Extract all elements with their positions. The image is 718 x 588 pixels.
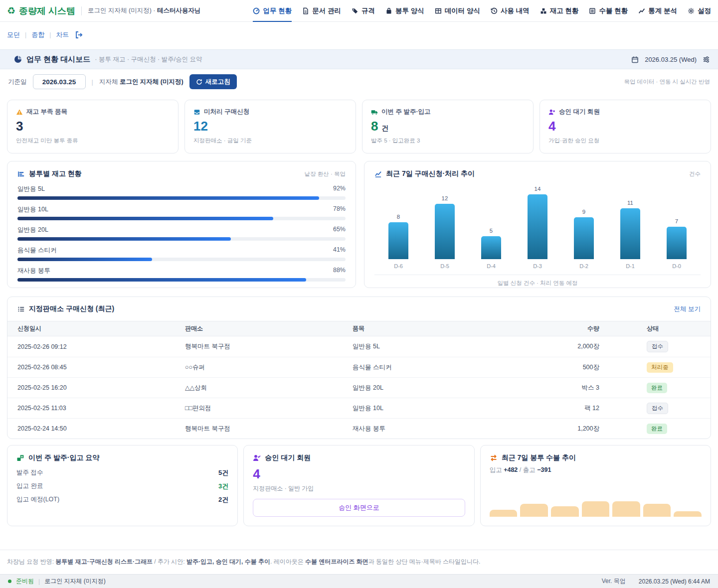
logout-icon[interactable] — [75, 31, 83, 39]
transfer-trend-title: 최근 7일 봉투 수불 추이 — [502, 453, 576, 462]
cell-datetime: 2025-02-26 09:12 — [17, 343, 185, 350]
kpi-label: 재고 부족 품목 — [26, 108, 67, 116]
kpi-card-pending-members[interactable]: 승인 대기 회원4가입·권한 승인 요청 — [539, 100, 711, 153]
nav-item-work-status[interactable]: 업무 현황 — [253, 0, 292, 22]
page-subtitle: · 봉투 재고 · 구매신청 · 발주/승인 요약 — [95, 55, 202, 64]
summary-value: 5건 — [218, 468, 228, 477]
filter-row: 기준일 | 지자체 로그인 지자체 (미지정) 새로고침 목업 데이터 · 연동… — [0, 69, 718, 94]
order-summary-card: 이번 주 발주·입고 요약 발주 접수5건입고 완료3건입고 예정(LOT)2건 — [7, 445, 238, 526]
trend-x-label: D-5 — [440, 263, 449, 270]
table-row[interactable]: 2025-02-24 14:50행복마트 북구점재사용 봉투1,200장완료 — [7, 418, 711, 439]
trend-bar — [574, 217, 594, 259]
kpi-card-week-orders[interactable]: 이번 주 발주·입고8 건발주 5 · 입고완료 3 — [362, 100, 534, 153]
base-date-input[interactable] — [33, 74, 86, 89]
column-header-4: 수량 — [507, 324, 599, 333]
app-logo[interactable]: ♻ 종량제 시스템 — [7, 5, 75, 17]
header-date[interactable]: 2026.03.25 (Wed) — [645, 56, 697, 63]
trend-bar-column: 5D-4 — [479, 228, 503, 270]
transfer-trend-card: 최근 7일 봉투 수불 추이 입고 +482 / 출고 −391 — [480, 445, 711, 526]
page-title: 업무 현황 대시보드 — [26, 55, 90, 64]
kpi-caption: 가입·권한 승인 요청 — [548, 137, 702, 145]
page-title-bar: 업무 현황 대시보드 · 봉투 재고 · 구매신청 · 발주/승인 요약 202… — [0, 49, 718, 69]
ledger-icon — [589, 7, 596, 14]
stock-label: 일반용 10L — [17, 205, 48, 214]
mini-bar — [674, 511, 702, 517]
stock-label: 일반용 20L — [17, 226, 48, 234]
stock-chart-title: 봉투별 재고 현황 — [29, 169, 82, 178]
line-chart-icon — [374, 170, 382, 178]
login-context: 로그인 지자체 (미지정) · 테스터사용자님 — [88, 6, 200, 15]
chart-icon — [638, 7, 645, 14]
approval-title: 승인 대기 회원 — [265, 453, 311, 462]
user-plus-icon — [548, 109, 555, 116]
trend-bar-column: 9D-2 — [572, 209, 596, 270]
order-summary-title: 이번 주 발주·입고 요약 — [28, 453, 99, 462]
warning-icon — [16, 109, 23, 116]
trend-bar — [388, 222, 408, 259]
stock-percent: 65% — [333, 226, 346, 234]
trend-bar — [620, 208, 640, 259]
quicklink-3[interactable]: 차트 — [56, 30, 69, 39]
status-badge: 접수 — [647, 403, 668, 414]
stock-bar-row: 일반용 5L92% — [17, 185, 346, 200]
nav-item-transfer-status[interactable]: 수불 현황 — [589, 0, 628, 22]
divider: | — [25, 31, 26, 38]
nav-item-specs[interactable]: 규격 — [352, 0, 375, 22]
table-row[interactable]: 2025-02-26 08:45○○슈퍼음식물 스티커500장처리중 — [7, 357, 711, 377]
trend-bar — [667, 227, 687, 259]
nav-label: 사용 내역 — [501, 6, 530, 15]
nav-item-bag-forms[interactable]: 봉투 양식 — [385, 0, 424, 22]
trend-x-label: D-3 — [533, 263, 542, 270]
pie-chart-icon — [14, 55, 22, 63]
nav-label: 규격 — [361, 6, 375, 15]
table-row[interactable]: 2025-02-25 11:03□□편의점일반용 10L팩 12접수 — [7, 398, 711, 418]
cell-item: 일반용 10L — [353, 404, 507, 413]
table-row[interactable]: 2025-02-26 09:12행복마트 북구점일반용 5L2,000장접수 — [7, 336, 711, 357]
nav-item-stats-analysis[interactable]: 통계 분석 — [638, 0, 677, 22]
ready-dot — [8, 580, 11, 583]
nav-label: 업무 현황 — [263, 6, 292, 15]
go-to-approval-button[interactable]: 승인 화면으로 — [253, 499, 465, 517]
summary-row: 입고 예정(LOT)2건 — [16, 495, 228, 504]
kpi-card-pending-requests[interactable]: 미처리 구매신청12지정판매소 · 금일 기준 — [184, 100, 356, 153]
nav-label: 설정 — [698, 6, 711, 15]
quicklink-1[interactable]: 모던 — [7, 30, 20, 39]
footnote-segment: . 레이아웃은 — [270, 558, 305, 565]
trend-chart-unit: 건수 — [689, 170, 701, 178]
trend-value-label: 7 — [675, 218, 678, 224]
summary-label: 입고 완료 — [16, 482, 43, 491]
nav-item-data-forms[interactable]: 데이터 양식 — [435, 0, 480, 22]
stock-track — [17, 196, 346, 200]
trend-value-label: 11 — [627, 200, 633, 206]
nav-item-usage-history[interactable]: 사용 내역 — [491, 0, 530, 22]
footnote-segment: 발주·입고, 승인 대기, 수불 추이 — [186, 558, 270, 565]
status-badge: 완료 — [647, 424, 667, 434]
refresh-button[interactable]: 새로고침 — [189, 74, 237, 89]
view-all-link[interactable]: 전체 보기 — [674, 305, 701, 313]
nav-item-doc-manage[interactable]: 문서 관리 — [302, 0, 341, 22]
stock-fill — [17, 258, 152, 261]
table-body: 2025-02-26 09:12행복마트 북구점일반용 5L2,000장접수20… — [7, 336, 711, 439]
nav-item-stock-status[interactable]: 재고 현황 — [540, 0, 579, 22]
summary-row: 발주 접수5건 — [16, 468, 228, 477]
stock-track — [17, 278, 346, 282]
trend-value-label: 14 — [535, 186, 541, 192]
quick-links: 모던|종합|차트 — [0, 22, 718, 49]
kpi-card-low-stock[interactable]: 재고 부족 품목3안전재고 미만 봉투 종류 — [7, 100, 179, 153]
boxes-icon — [540, 7, 547, 14]
summary-label: 입고 예정(LOT) — [16, 495, 59, 504]
table-row[interactable]: 2025-02-25 16:20△△상회일반용 20L박스 3완료 — [7, 377, 711, 398]
approval-count: 4 — [253, 466, 465, 482]
gauge-icon — [253, 7, 260, 14]
quicklink-2[interactable]: 종합 — [31, 30, 44, 39]
trend-x-label: D-2 — [579, 263, 588, 270]
sliders-icon[interactable] — [703, 56, 710, 63]
stock-percent: 92% — [333, 185, 346, 193]
stock-track — [17, 258, 346, 261]
table-icon — [435, 7, 442, 14]
status-datetime: 2026.03.25 (Wed) 6:44 AM — [639, 578, 710, 585]
divider — [81, 6, 82, 15]
nav-item-settings[interactable]: 설정 — [688, 0, 711, 22]
kpi-row: 재고 부족 품목3안전재고 미만 봉투 종류미처리 구매신청12지정판매소 · … — [0, 94, 718, 153]
cell-datetime: 2025-02-25 16:20 — [17, 384, 185, 391]
